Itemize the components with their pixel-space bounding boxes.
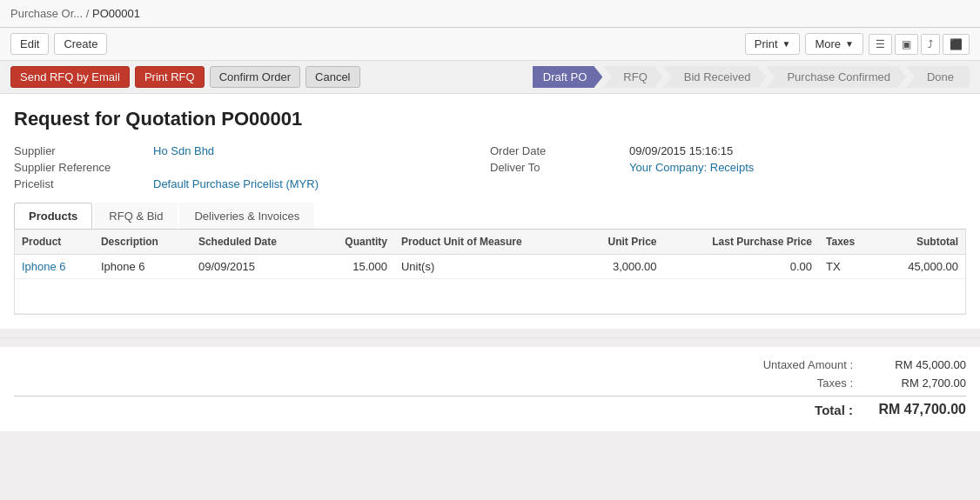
order-date-row: Order Date 09/09/2015 15:16:15 <box>490 143 966 159</box>
cell-product[interactable]: Iphone 6 <box>15 255 94 279</box>
col-uom: Product Unit of Measure <box>394 230 578 255</box>
supplier-label: Supplier <box>14 144 153 157</box>
empty-row <box>15 279 965 314</box>
products-table: Product Description Scheduled Date Quant… <box>15 230 965 314</box>
pipeline-step-label: Draft PO <box>543 70 587 83</box>
pipeline-step-purchase-confirmed[interactable]: Purchase Confirmed <box>766 66 906 88</box>
order-date-label: Order Date <box>490 144 629 157</box>
tab-deliveries-invoices[interactable]: Deliveries & Invoices <box>179 203 314 229</box>
print-rfq-button[interactable]: Print RFQ <box>135 66 205 88</box>
untaxed-label: Untaxed Amount : <box>714 358 853 371</box>
breadcrumb-current: PO00001 <box>92 7 140 20</box>
pricelist-value[interactable]: Default Purchase Pricelist (MYR) <box>153 177 319 190</box>
supplier-row: Supplier Ho Sdn Bhd <box>14 143 490 159</box>
top-bar: Purchase Or... / PO00001 <box>0 0 980 28</box>
breadcrumb-separator: / <box>86 7 90 20</box>
section-divider <box>0 337 980 338</box>
table-header-row: Product Description Scheduled Date Quant… <box>15 230 965 255</box>
confirm-order-button[interactable]: Confirm Order <box>210 66 300 88</box>
col-last-purchase-price: Last Purchase Price <box>664 230 820 255</box>
cell-last-purchase-price: 0.00 <box>664 255 820 279</box>
breadcrumb-parent[interactable]: Purchase Or... <box>10 7 83 20</box>
edit-button[interactable]: Edit <box>10 33 49 55</box>
untaxed-value: RM 45,000.00 <box>870 358 966 371</box>
print-label: Print <box>755 37 778 50</box>
pipeline-step-label: Purchase Confirmed <box>787 70 890 83</box>
view-icons: ☰ ▣ ⤴ ⬛ <box>869 34 970 55</box>
tabs: Products RFQ & Bid Deliveries & Invoices <box>14 203 966 230</box>
supplier-value[interactable]: Ho Sdn Bhd <box>153 144 214 157</box>
pipeline-step-rfq[interactable]: RFQ <box>602 66 662 88</box>
list-view-icon[interactable]: ☰ <box>869 34 892 55</box>
pricelist-row: Pricelist Default Purchase Pricelist (MY… <box>14 176 490 192</box>
form-view-icon[interactable]: ▣ <box>895 34 918 55</box>
col-scheduled-date: Scheduled Date <box>191 230 318 255</box>
cell-unit-price: 3,000.00 <box>578 255 663 279</box>
cell-quantity: 15.000 <box>318 255 394 279</box>
supplier-ref-row: Supplier Reference <box>14 159 490 176</box>
main-content: Request for Quotation PO00001 Supplier H… <box>0 94 980 329</box>
col-taxes: Taxes <box>819 230 877 255</box>
col-product: Product <box>15 230 94 255</box>
create-button[interactable]: Create <box>54 33 107 55</box>
order-date-value: 09/09/2015 15:16:15 <box>629 144 733 157</box>
pricelist-label: Pricelist <box>14 177 153 190</box>
cancel-button[interactable]: Cancel <box>305 66 359 88</box>
pipeline-step-label: RFQ <box>623 70 647 83</box>
deliver-to-row: Deliver To Your Company: Receipts <box>490 159 966 176</box>
products-table-section: Product Description Scheduled Date Quant… <box>14 230 966 315</box>
print-caret-icon: ▼ <box>782 39 791 49</box>
totals-section: Untaxed Amount : RM 45,000.00 Taxes : RM… <box>0 347 980 431</box>
supplier-ref-label: Supplier Reference <box>14 161 153 174</box>
pipeline-steps: Draft PO RFQ Bid Received Purchase Confi… <box>533 66 970 88</box>
print-button[interactable]: Print ▼ <box>745 33 801 55</box>
untaxed-amount-row: Untaxed Amount : RM 45,000.00 <box>14 356 966 374</box>
deliver-to-label: Deliver To <box>490 161 629 174</box>
taxes-row: Taxes : RM 2,700.00 <box>14 374 966 392</box>
form-section: Supplier Ho Sdn Bhd Supplier Reference P… <box>14 143 966 192</box>
col-subtotal: Subtotal <box>877 230 965 255</box>
cell-subtotal: 45,000.00 <box>877 255 965 279</box>
tab-products[interactable]: Products <box>14 203 92 229</box>
pipeline-step-bid-received[interactable]: Bid Received <box>663 66 767 88</box>
taxes-value: RM 2,700.00 <box>870 377 966 390</box>
cell-taxes: TX <box>819 255 877 279</box>
total-value: RM 47,700.00 <box>870 402 966 417</box>
form-right: Order Date 09/09/2015 15:16:15 Deliver T… <box>490 143 966 192</box>
total-final-row: Total : RM 47,700.00 <box>14 396 966 423</box>
pipeline-step-label: Done <box>927 70 954 83</box>
form-left: Supplier Ho Sdn Bhd Supplier Reference P… <box>14 143 490 192</box>
download-icon[interactable]: ⬛ <box>943 34 970 55</box>
deliver-to-value[interactable]: Your Company: Receipts <box>629 161 754 174</box>
pipeline-step-done[interactable]: Done <box>906 66 970 88</box>
page-title: Request for Quotation PO00001 <box>14 108 966 130</box>
pipeline-step-draft-po[interactable]: Draft PO <box>533 66 603 88</box>
breadcrumb: Purchase Or... / PO00001 <box>10 7 970 20</box>
table-row: Iphone 6 Iphone 6 09/09/2015 15.000 Unit… <box>15 255 965 279</box>
cell-uom: Unit(s) <box>394 255 578 279</box>
col-unit-price: Unit Price <box>578 230 663 255</box>
cell-description: Iphone 6 <box>94 255 191 279</box>
taxes-label: Taxes : <box>714 377 853 390</box>
pipeline-step-label: Bid Received <box>684 70 751 83</box>
total-label: Total : <box>714 403 853 417</box>
more-label: More <box>815 37 841 50</box>
more-button[interactable]: More ▼ <box>805 33 863 55</box>
tab-rfq-bid[interactable]: RFQ & Bid <box>94 203 178 229</box>
more-caret-icon: ▼ <box>845 39 854 49</box>
share-icon[interactable]: ⤴ <box>921 34 940 55</box>
col-quantity: Quantity <box>318 230 394 255</box>
action-bar: Send RFQ by Email Print RFQ Confirm Orde… <box>0 61 980 94</box>
pipeline: Draft PO RFQ Bid Received Purchase Confi… <box>533 66 970 88</box>
col-description: Description <box>94 230 191 255</box>
cell-scheduled-date: 09/09/2015 <box>191 255 318 279</box>
send-rfq-button[interactable]: Send RFQ by Email <box>10 66 130 88</box>
toolbar: Edit Create Print ▼ More ▼ ☰ ▣ ⤴ ⬛ <box>0 28 980 61</box>
